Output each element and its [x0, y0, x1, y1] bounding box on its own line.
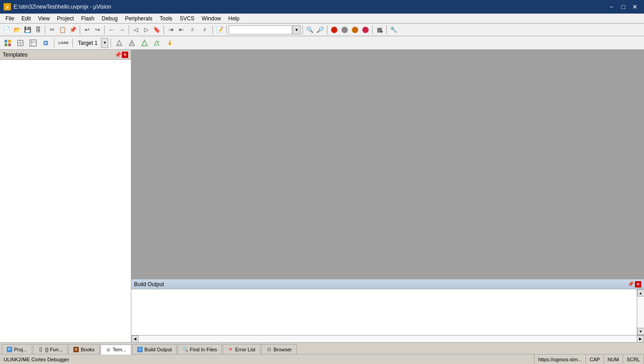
tab-build[interactable]: ≡ Build Output [132, 344, 177, 354]
debug-stop-btn[interactable] [329, 25, 339, 35]
menu-flash[interactable]: Flash [77, 14, 98, 23]
menu-peripherals[interactable]: Peripherals [121, 14, 156, 23]
chain-icon [352, 27, 358, 33]
nav-forward-button[interactable]: → [117, 25, 127, 35]
separator-3 [104, 25, 105, 34]
save-all-button[interactable]: 🗄 [33, 25, 43, 35]
manage-packages-button[interactable]: P [40, 38, 52, 48]
separator-build-3 [111, 38, 111, 48]
scroll-left-button[interactable]: ◀ [131, 335, 139, 343]
menu-project[interactable]: Project [53, 14, 77, 23]
build-output-pin-button[interactable]: 📌 [628, 281, 634, 287]
new-button[interactable]: 📄 [2, 25, 12, 35]
download-button[interactable] [164, 38, 176, 48]
separator-9 [327, 25, 327, 34]
debug-extra-btn[interactable] [360, 25, 370, 35]
scroll-track [637, 297, 644, 328]
debug-gray-btn[interactable] [340, 25, 350, 35]
rebuild-button[interactable] [139, 38, 150, 48]
status-num: NUM [604, 354, 623, 364]
extra-icon [362, 27, 369, 33]
editor-area[interactable] [131, 50, 644, 279]
debug-chain-btn[interactable] [350, 25, 360, 35]
manage-project-items-button[interactable] [27, 38, 39, 48]
batch-build-button[interactable] [151, 38, 163, 48]
stop-icon [331, 27, 337, 33]
tab-find[interactable]: 🔍 Find In Files [178, 344, 222, 354]
open-button[interactable]: 📂 [12, 25, 22, 35]
view-toggle-button[interactable]: ▦ ▼ [375, 25, 384, 35]
menu-window[interactable]: Window [198, 14, 225, 23]
translate-icon [115, 39, 123, 47]
uncomment-button[interactable]: // [199, 25, 211, 35]
scroll-up-button[interactable]: ▲ [637, 289, 644, 297]
vertical-scrollbar[interactable]: ▲ ▼ [637, 289, 644, 335]
menu-tools[interactable]: Tools [156, 14, 176, 23]
menu-view[interactable]: View [34, 14, 53, 23]
template-insert-button[interactable]: 📝 [215, 25, 225, 35]
undo-button[interactable]: ↩ [82, 25, 92, 35]
bookmark-prev-button[interactable]: ◁ [131, 25, 141, 35]
status-debugger: ULINK2/ME Cortex Debugger [0, 354, 534, 364]
menu-help[interactable]: Help [225, 14, 243, 23]
scroll-h-track [139, 335, 637, 342]
maximize-button[interactable]: □ [618, 2, 629, 11]
tab-fun-label: {} Fun... [45, 347, 63, 352]
find-button[interactable]: 🔍 [305, 25, 315, 35]
bookmark-next-button[interactable]: ▷ [141, 25, 151, 35]
scroll-right-button[interactable]: ▶ [637, 335, 644, 343]
nav-back-button[interactable]: ← [106, 25, 116, 35]
tab-fun[interactable]: {} {} Fun... [33, 344, 68, 354]
cut-button[interactable]: ✂ [47, 25, 57, 35]
tab-proj[interactable]: P Proj... [2, 344, 32, 354]
svg-rect-21 [169, 40, 170, 43]
translate-button[interactable] [113, 38, 125, 48]
search-input[interactable] [229, 25, 292, 34]
search-dropdown-button[interactable]: ▼ [293, 25, 301, 34]
separator-5 [163, 25, 164, 34]
build-output-close-button[interactable]: ✕ [635, 281, 641, 287]
tab-books[interactable]: B Books [68, 344, 100, 354]
outdent-button[interactable]: ⇤ [176, 25, 186, 35]
close-button[interactable]: ✕ [630, 2, 640, 11]
build-output-header-controls: 📌 ✕ [628, 281, 641, 287]
target-dropdown-arrow[interactable]: ▼ [101, 38, 108, 48]
bookmark-toggle-button[interactable]: 🔖 [152, 25, 162, 35]
status-bar: ULINK2/ME Cortex Debugger https://ogmos-… [0, 354, 644, 364]
app-icon: μ [4, 3, 11, 10]
tab-tem[interactable]: ⊞ Tem... [101, 345, 131, 354]
scroll-down-button[interactable]: ▼ [637, 328, 644, 335]
toolbar-build: P LOAD Target 1 ▼ ▲ [0, 36, 644, 50]
minimize-button[interactable]: − [606, 2, 617, 11]
proj-tab-icon: P [7, 347, 12, 352]
svg-text:▲: ▲ [130, 41, 133, 44]
templates-panel-title: Templates [3, 52, 28, 58]
tab-error[interactable]: ✕ Error List [223, 344, 260, 354]
menu-edit[interactable]: Edit [18, 14, 34, 23]
tab-find-label: Find In Files [190, 347, 217, 352]
indent-button[interactable]: ⇥ [166, 25, 176, 35]
build-button[interactable]: ▲ [126, 38, 138, 48]
svg-rect-7 [30, 40, 36, 46]
redo-button[interactable]: ↪ [92, 25, 102, 35]
settings-button[interactable]: 🔧 [389, 25, 399, 35]
menu-svcs[interactable]: SVCS [176, 14, 198, 23]
comment-button[interactable]: // [187, 25, 198, 35]
tab-browser[interactable]: ⊡ Browser [261, 344, 297, 354]
paste-button[interactable]: 📌 [68, 25, 78, 35]
copy-button[interactable]: 📋 [58, 25, 67, 35]
target-options-button[interactable] [14, 38, 26, 48]
save-button[interactable]: 💾 [23, 25, 33, 35]
build-output-header: Build Output 📌 ✕ [131, 279, 644, 289]
panel-close-button[interactable]: ✕ [122, 52, 128, 58]
load-button[interactable]: LOAD [57, 38, 70, 48]
manage-icon [4, 39, 11, 47]
find-files-button[interactable]: 🔎 [315, 25, 325, 35]
menu-debug[interactable]: Debug [98, 14, 121, 23]
menu-file[interactable]: File [2, 14, 18, 23]
target-selector: Target 1 ▼ [75, 38, 108, 48]
build-output-content[interactable]: ▲ ▼ [131, 289, 644, 335]
horizontal-scrollbar[interactable]: ◀ ▶ [131, 335, 644, 342]
manage-run-env-button[interactable] [2, 38, 14, 48]
panel-pin-button[interactable]: 📌 [115, 52, 121, 58]
